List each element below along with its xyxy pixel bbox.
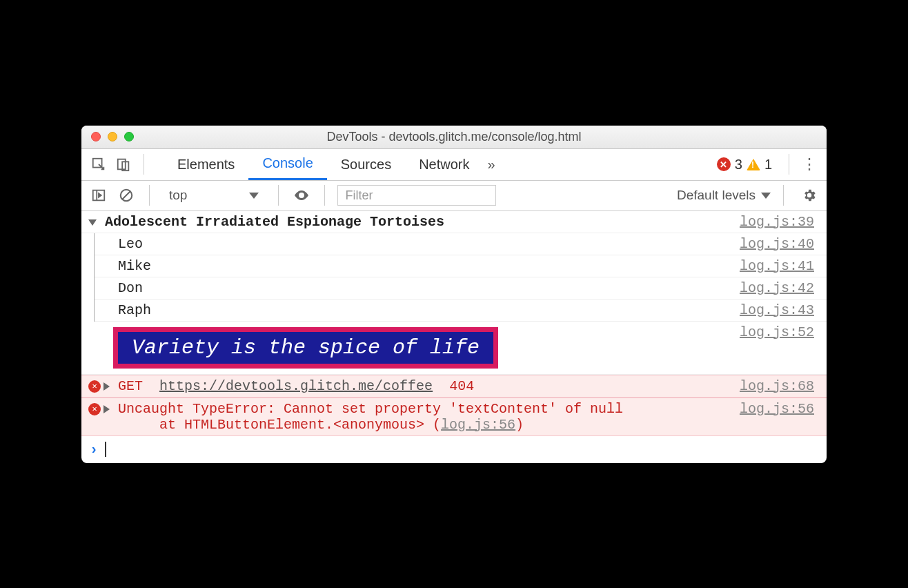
- device-toggle-icon[interactable]: [113, 154, 134, 175]
- traffic-lights: [81, 132, 134, 141]
- log-row-styled: Variety is the spice of life log.js:52: [81, 322, 827, 375]
- svg-marker-5: [99, 193, 101, 197]
- network-error-row: ✕ GET https://devtools.glitch.me/coffee …: [81, 375, 827, 398]
- log-row: Mike log.js:41: [95, 255, 827, 277]
- http-status: 404: [449, 378, 474, 394]
- live-expression-icon[interactable]: [291, 185, 312, 206]
- source-link[interactable]: log.js:40: [740, 236, 814, 252]
- styled-log-text: Variety is the spice of life: [113, 327, 498, 369]
- console-output: Adolescent Irradiated Espionage Tortoise…: [81, 211, 827, 463]
- triangle-right-icon[interactable]: [103, 382, 110, 391]
- chevron-down-icon: [249, 193, 259, 199]
- group-title: Adolescent Irradiated Espionage Tortoise…: [105, 214, 444, 230]
- error-icon: ✕: [717, 157, 731, 171]
- minimize-button[interactable]: [108, 132, 117, 141]
- tab-network[interactable]: Network: [405, 149, 483, 180]
- warning-icon: [747, 159, 760, 170]
- console-group-header[interactable]: Adolescent Irradiated Espionage Tortoise…: [81, 211, 827, 233]
- filter-input[interactable]: [337, 185, 496, 206]
- tabs: Elements Console Sources Network »: [164, 149, 500, 180]
- log-message: Don: [118, 280, 740, 296]
- console-prompt[interactable]: ›: [81, 436, 827, 463]
- inspect-icon[interactable]: [88, 154, 109, 175]
- panel-tab-row: Elements Console Sources Network » ✕ 3 1…: [81, 149, 827, 181]
- window-title: DevTools - devtools.glitch.me/console/lo…: [81, 130, 827, 144]
- divider: [324, 185, 325, 206]
- divider: [278, 185, 279, 206]
- maximize-button[interactable]: [124, 132, 134, 141]
- error-icon: ✕: [88, 380, 101, 393]
- triangle-right-icon[interactable]: [103, 405, 110, 413]
- more-tabs-button[interactable]: »: [484, 149, 500, 180]
- more-menu-button[interactable]: ⋮: [799, 154, 820, 175]
- tab-sources[interactable]: Sources: [327, 149, 405, 180]
- log-row: Leo log.js:40: [95, 233, 827, 255]
- context-label: top: [169, 188, 187, 203]
- log-message: Mike: [118, 258, 740, 274]
- console-group-children: Leo log.js:40 Mike log.js:41 Don log.js:…: [94, 233, 827, 322]
- log-message: Leo: [118, 236, 740, 252]
- exception-row: ✕ Uncaught TypeError: Cannot set propert…: [81, 398, 827, 436]
- titlebar: DevTools - devtools.glitch.me/console/lo…: [81, 126, 827, 149]
- svg-point-8: [300, 194, 303, 197]
- divider: [789, 154, 789, 175]
- request-url[interactable]: https://devtools.glitch.me/coffee: [159, 378, 433, 394]
- source-link[interactable]: log.js:43: [740, 302, 814, 318]
- divider: [783, 185, 784, 206]
- source-link[interactable]: log.js:42: [740, 280, 814, 296]
- log-row: Don log.js:42: [95, 277, 827, 300]
- log-levels-selector[interactable]: Default levels: [677, 188, 771, 203]
- source-link[interactable]: log.js:52: [740, 324, 814, 340]
- warning-count: 1: [764, 157, 772, 173]
- source-link[interactable]: log.js:41: [740, 258, 814, 274]
- log-row: Raph log.js:43: [95, 300, 827, 322]
- divider: [144, 154, 144, 175]
- source-link[interactable]: log.js:68: [740, 378, 814, 394]
- triangle-down-icon[interactable]: [88, 219, 97, 226]
- exception-message: Uncaught TypeError: Cannot set property …: [118, 401, 623, 417]
- context-selector[interactable]: top: [162, 188, 266, 203]
- http-method: GET: [118, 378, 143, 394]
- tab-elements[interactable]: Elements: [164, 149, 248, 180]
- close-button[interactable]: [91, 132, 101, 141]
- prompt-caret-icon: ›: [90, 442, 98, 458]
- status-badges[interactable]: ✕ 3 1: [717, 157, 772, 173]
- levels-label: Default levels: [677, 188, 756, 203]
- settings-icon[interactable]: [799, 185, 820, 206]
- clear-console-icon[interactable]: [116, 185, 137, 206]
- log-message: Raph: [118, 302, 740, 318]
- divider: [149, 185, 150, 206]
- error-icon: ✕: [88, 403, 101, 415]
- sidebar-toggle-icon[interactable]: [88, 185, 109, 206]
- stack-frame: at HTMLButtonElement.<anonymous> (log.js…: [118, 417, 740, 433]
- source-link[interactable]: log.js:39: [740, 214, 814, 230]
- chevron-down-icon: [761, 193, 771, 199]
- svg-line-7: [123, 192, 130, 199]
- text-cursor: [105, 442, 106, 457]
- tab-console[interactable]: Console: [248, 149, 326, 180]
- devtools-window: DevTools - devtools.glitch.me/console/lo…: [81, 126, 827, 463]
- source-link[interactable]: log.js:56: [441, 417, 515, 433]
- error-count: 3: [735, 157, 742, 173]
- source-link[interactable]: log.js:56: [740, 401, 814, 417]
- console-toolbar: top Default levels: [81, 181, 827, 211]
